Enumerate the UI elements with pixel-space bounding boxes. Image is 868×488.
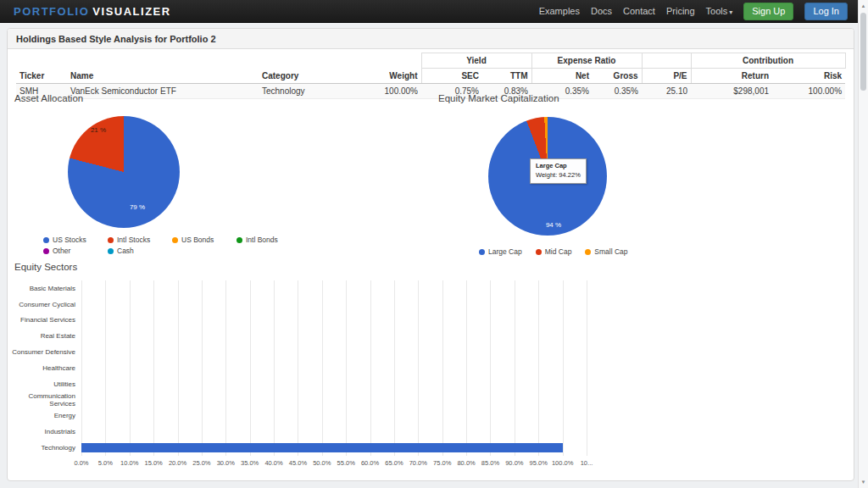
holdings-table: YieldExpense RatioContributionTickerName…: [16, 53, 846, 99]
legend-item: Mid Cap: [536, 247, 572, 256]
legend-dot-icon: [236, 237, 242, 243]
asset-allocation-legend: US StocksIntl StocksUS BondsIntl BondsOt…: [43, 236, 308, 258]
bar-track: [81, 440, 587, 456]
login-button[interactable]: Log In: [804, 3, 848, 20]
legend-label: Intl Stocks: [117, 236, 150, 244]
x-tick-label: 85.0%: [481, 459, 499, 467]
vertical-scrollbar[interactable]: ▲ ▼: [858, 0, 868, 488]
x-tick-label: 45.0%: [289, 459, 307, 467]
column-header: Weight: [359, 69, 421, 84]
column-header: SEC: [421, 69, 482, 84]
bar-row: Energy: [9, 408, 587, 424]
bar-track: [81, 392, 587, 408]
scroll-up-icon[interactable]: ▲: [859, 1, 868, 11]
legend-dot-icon: [479, 249, 485, 255]
x-tick-label: 75.0%: [433, 459, 451, 467]
table-row: SMHVanEck Semiconductor ETFTechnology100…: [16, 84, 845, 99]
legend-dot-icon: [108, 237, 114, 243]
category-label: Basic Materials: [9, 285, 81, 292]
category-label: Industrials: [9, 428, 81, 435]
panel-header: Holdings Based Style Analysis for Portfo…: [8, 29, 854, 49]
navbar: PORTFOLIOVISUALIZER Examples Docs Contac…: [0, 0, 858, 23]
group-header-empty: [642, 53, 691, 69]
column-header: Ticker: [16, 69, 67, 84]
column-header: Name: [67, 69, 259, 84]
nav-menu-tools[interactable]: Tools▾: [706, 6, 733, 16]
bar-row: Technology: [9, 440, 587, 456]
asset-allocation-title: Asset Allocation: [14, 93, 83, 103]
x-tick-label: 65.0%: [385, 459, 403, 467]
category-label: Financial Services: [9, 316, 81, 324]
pie-slice-label-large-cap: 94 %: [541, 221, 566, 229]
legend-dot-icon: [108, 248, 114, 254]
tooltip-title: Large Cap: [536, 162, 581, 171]
nav-link-contact[interactable]: Contact: [623, 6, 655, 16]
legend-label: US Bonds: [181, 236, 214, 244]
x-tick-label: 95.0%: [530, 459, 548, 467]
bar-row: Utilities: [9, 376, 587, 392]
nav-link-pricing[interactable]: Pricing: [666, 6, 695, 16]
bar-track: [81, 408, 587, 424]
brand-part2: VISUALIZER: [92, 5, 170, 18]
legend-item: US Stocks: [43, 236, 108, 244]
x-tick-label: 80.0%: [457, 459, 475, 467]
signup-button[interactable]: Sign Up: [743, 3, 793, 20]
caret-down-icon: ▾: [729, 8, 732, 16]
legend-label: US Stocks: [53, 236, 86, 244]
bar-technology[interactable]: [81, 443, 563, 452]
category-label: Communication Services: [9, 392, 81, 408]
x-tick-label: 15.0%: [145, 459, 163, 467]
column-header: P/E: [642, 69, 691, 84]
page-title: Holdings Based Style Analysis for Portfo…: [16, 34, 216, 44]
category-label: Technology: [9, 444, 81, 452]
legend-item: Other: [43, 247, 108, 255]
equity-sectors-title: Equity Sectors: [14, 262, 77, 272]
x-tick-label: 5.0%: [98, 459, 113, 467]
column-header: Return: [691, 69, 772, 84]
bar-track: [81, 328, 587, 344]
category-label: Healthcare: [9, 364, 81, 372]
bar-track: [81, 297, 587, 313]
category-label: Real Estate: [9, 332, 81, 340]
gridline: [587, 280, 587, 456]
asset-allocation-pie[interactable]: [68, 116, 180, 228]
scroll-down-icon[interactable]: ▼: [859, 477, 868, 487]
bar-row: Communication Services: [9, 392, 587, 408]
x-tick-label: 30.0%: [217, 459, 235, 467]
market-cap-title: Equity Market Capitalization: [438, 93, 559, 103]
x-tick-label: 10.0%: [120, 459, 138, 467]
column-header: Net: [531, 69, 593, 84]
legend-dot-icon: [585, 249, 591, 255]
bar-track: [81, 344, 587, 360]
column-header: Category: [259, 69, 359, 84]
legend-dot-icon: [43, 237, 49, 243]
group-header: Yield: [421, 53, 531, 69]
tooltip-text: Weight: 94.22%: [536, 171, 581, 180]
legend-dot-icon: [172, 237, 178, 243]
x-tick-label: 0.0%: [74, 459, 88, 467]
legend-item: Intl Stocks: [108, 236, 172, 244]
bar-chart-x-axis: 0.0%5.0%10.0%15.0%20.0%25.0%30.0%35.0%40…: [81, 459, 587, 469]
pie-slice-label-us-stocks: 79 %: [125, 203, 150, 211]
bar-track: [81, 376, 587, 392]
legend-item: Cash: [108, 247, 172, 255]
legend-label: Small Cap: [594, 247, 627, 256]
scrollbar-thumb[interactable]: [860, 13, 866, 91]
category-label: Utilities: [9, 380, 81, 388]
brand-part1: PORTFOLIO: [14, 5, 89, 18]
x-tick-label: 35.0%: [241, 459, 259, 467]
legend-dot-icon: [43, 248, 49, 254]
chart-tooltip: Large Cap Weight: 94.22%: [530, 158, 587, 184]
bar-row: Financial Services: [9, 313, 587, 329]
nav-link-docs[interactable]: Docs: [591, 6, 612, 16]
column-header: Risk: [772, 69, 845, 84]
group-header-empty: [16, 53, 421, 69]
bar-row: Consumer Defensive: [9, 344, 587, 360]
brand-logo[interactable]: PORTFOLIOVISUALIZER: [14, 5, 171, 18]
x-tick-label: 25.0%: [192, 459, 210, 467]
category-label: Consumer Cyclical: [9, 301, 81, 308]
nav-link-examples[interactable]: Examples: [539, 6, 580, 16]
pie-slice-label-intl-stocks: 21 %: [86, 126, 111, 134]
legend-label: Large Cap: [488, 247, 522, 256]
x-tick-label: 40.0%: [264, 459, 282, 467]
